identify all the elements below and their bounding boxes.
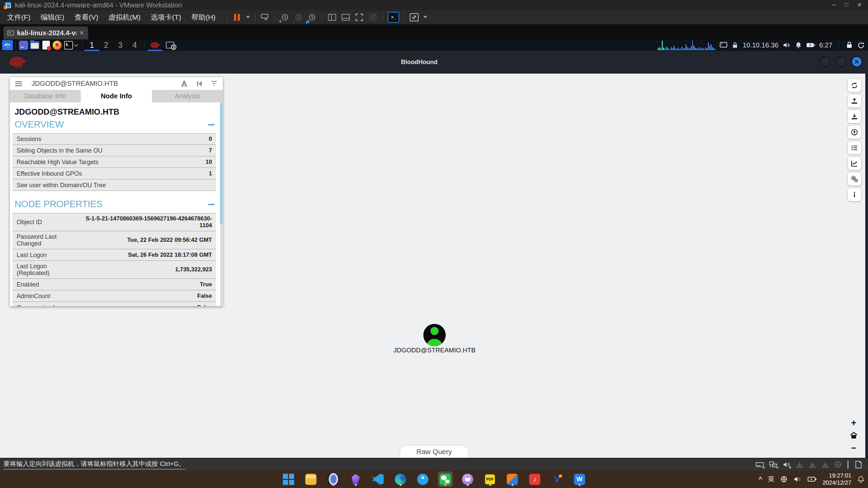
taskbar-app-pdf-reader[interactable]: PDF — [483, 471, 498, 487]
manage-snapshots-button[interactable] — [307, 12, 317, 22]
take-snapshot-button[interactable]: + — [280, 12, 290, 22]
taskbar-app-windows-start[interactable] — [281, 471, 296, 487]
workspace-1[interactable]: 1 — [87, 39, 97, 51]
notification-bell-icon[interactable] — [857, 475, 865, 483]
taskbar-clock[interactable]: 19:27:01 2024/12/27 — [823, 472, 851, 487]
reset-view-home-button[interactable] — [850, 432, 858, 439]
usb-device-icon[interactable] — [795, 461, 804, 468]
sound-device-icon[interactable] — [783, 461, 791, 468]
graph-node-user[interactable] — [423, 324, 446, 346]
collapse-icon[interactable] — [208, 204, 215, 205]
tab-analysis[interactable]: Analysis — [152, 90, 223, 102]
pathfinding-icon[interactable] — [180, 80, 188, 87]
zoom-in-button[interactable]: + — [851, 419, 856, 427]
close-window-button[interactable]: ✕ — [857, 0, 862, 10]
minimize-button[interactable] — [819, 56, 830, 67]
settings-gears-button[interactable] — [848, 173, 861, 186]
zoom-out-button[interactable]: − — [851, 444, 856, 452]
taskbar-app-messenger[interactable]: * — [416, 471, 430, 487]
taskbar-app-wps[interactable]: W — [572, 471, 587, 487]
message-log-icon[interactable] — [854, 461, 863, 469]
taskbar-app-v-app[interactable]: V — [550, 471, 565, 487]
property-row[interactable]: Sibling Objects in the Same OU7 — [13, 145, 216, 156]
vm-tab-close-icon[interactable]: ✕ — [79, 30, 84, 37]
search-input[interactable]: JDGODD@STREAMIO.HTB — [32, 80, 180, 87]
text-editor-icon[interactable] — [42, 41, 50, 50]
taskbar-battery-icon[interactable] — [807, 476, 817, 483]
file-manager-icon[interactable] — [30, 41, 39, 49]
fit-guest-button[interactable] — [409, 12, 419, 22]
volume-icon[interactable] — [783, 41, 791, 49]
property-row[interactable]: Effective Inbound GPOs1 — [13, 168, 216, 179]
usb-device-icon[interactable] — [808, 461, 816, 468]
maximize-window-button[interactable]: □ — [845, 0, 848, 10]
menu-tabs[interactable]: 选项卡(T) — [146, 10, 186, 24]
taskbar-app-oval-app[interactable] — [326, 471, 341, 487]
revert-snapshot-button[interactable]: ← — [293, 12, 304, 22]
kali-clock[interactable]: 6:27 — [819, 41, 832, 49]
input-method-indicator[interactable]: 英 — [768, 475, 774, 484]
maximize-button[interactable] — [835, 56, 846, 67]
cdrom-device-icon[interactable] — [834, 461, 842, 468]
harddisk-device-icon[interactable] — [755, 461, 764, 468]
close-button[interactable]: ✕ — [851, 56, 862, 67]
chevron-down-icon[interactable] — [74, 42, 78, 47]
refresh-button[interactable] — [848, 79, 861, 92]
workspace-3[interactable]: 3 — [115, 39, 126, 51]
taskbar-app-wechat[interactable] — [438, 471, 453, 487]
menu-help[interactable]: 帮助(H) — [186, 10, 220, 24]
fullscreen-button[interactable] — [354, 12, 364, 22]
fit-guest-dropdown-icon[interactable] — [423, 16, 427, 18]
taskbar-app-netease-music[interactable]: ♪ — [527, 471, 542, 487]
back-icon[interactable] — [196, 80, 202, 87]
network-device-icon[interactable] — [769, 461, 778, 468]
menu-vm[interactable]: 虚拟机(M) — [103, 10, 146, 24]
upload-data-button[interactable] — [848, 126, 861, 139]
taskbar-terminal-windows[interactable]: 2 — [163, 39, 177, 51]
collapse-icon[interactable] — [208, 124, 215, 125]
about-info-button[interactable] — [848, 188, 861, 201]
usb-device-icon[interactable] — [821, 461, 829, 468]
unity-mode-button[interactable] — [368, 12, 378, 22]
menu-hamburger-icon[interactable] — [15, 81, 22, 86]
show-thumbnail-bar-button[interactable] — [341, 12, 351, 22]
taskbar-app-cat-app[interactable] — [460, 471, 475, 487]
display-icon[interactable] — [719, 42, 728, 48]
firefox-icon[interactable] — [53, 41, 62, 50]
chart-layout-button[interactable] — [848, 157, 861, 170]
panel-scrollbar-thumb[interactable] — [220, 103, 223, 224]
menu-file[interactable]: 文件(F) — [2, 10, 36, 24]
taskbar-app-vmware-workstation[interactable] — [505, 471, 520, 487]
taskbar-app-file-explorer[interactable] — [304, 471, 319, 487]
vm-tab[interactable]: kali-linux-2024.4-vmware-a... ✕ — [3, 26, 88, 39]
workspace-4[interactable]: 4 — [130, 39, 140, 51]
lock-screen-icon[interactable] — [846, 41, 853, 49]
send-ctrl-alt-del-button[interactable] — [260, 12, 270, 22]
menu-edit[interactable]: 编辑(E) — [36, 10, 70, 24]
filter-icon[interactable] — [211, 80, 217, 87]
network-globe-icon[interactable] — [780, 475, 788, 483]
property-row[interactable]: See user within Domain/OU Tree — [13, 179, 216, 191]
tab-database-info[interactable]: Database Info — [10, 90, 81, 102]
terminal-emulator-icon[interactable]: $_ — [64, 41, 73, 50]
hidden-icons-chevron[interactable]: ^ — [758, 476, 762, 483]
query-checklist-button[interactable] — [848, 141, 861, 154]
power-icon[interactable] — [857, 41, 865, 49]
property-row[interactable]: Reachable High Value Targets10 — [13, 156, 216, 168]
notifications-bell-icon[interactable] — [795, 41, 802, 49]
menu-view[interactable]: 查看(V) — [70, 10, 103, 24]
pause-dropdown-icon[interactable] — [246, 16, 250, 18]
taskbar-bloodhound-window[interactable] — [147, 39, 163, 51]
tab-node-info[interactable]: Node Info — [81, 90, 152, 102]
minimize-window-button[interactable]: ─ — [832, 0, 836, 10]
import-graph-button[interactable] — [848, 110, 861, 123]
kali-menu-button[interactable] — [2, 40, 13, 50]
workspace-2[interactable]: 2 — [101, 39, 111, 51]
raw-query-bar[interactable]: Raw Query — [400, 446, 468, 458]
taskbar-app-obsidian[interactable] — [348, 471, 363, 487]
taskbar-app-edge[interactable] — [393, 471, 408, 487]
show-library-button[interactable] — [327, 12, 337, 22]
cpu-graph[interactable] — [658, 40, 715, 50]
export-graph-button[interactable] — [848, 95, 861, 108]
property-row[interactable]: Sessions0 — [13, 133, 216, 145]
